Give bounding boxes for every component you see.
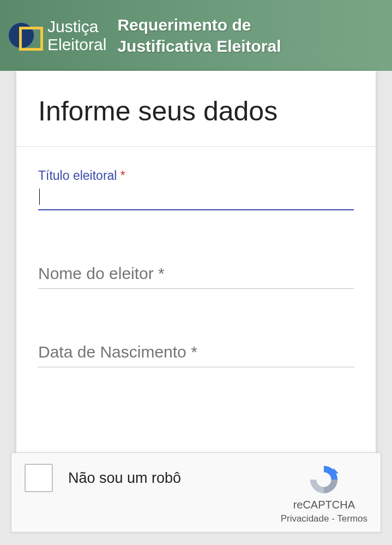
recaptcha-widget: Não sou um robô reCAPTCHA Privacidade - … <box>11 452 381 532</box>
required-star: * <box>120 168 125 183</box>
recaptcha-links: Privacidade - Termos <box>281 513 367 524</box>
recaptcha-checkbox[interactable] <box>25 464 53 492</box>
form-header: Informe seus dados <box>16 71 376 147</box>
recaptcha-left: Não sou um robô <box>25 464 181 492</box>
content-wrapper: Informe seus dados Título eleitoral * No… <box>0 71 392 452</box>
recaptcha-branding: reCAPTCHA Privacidade - Termos <box>281 464 367 524</box>
svg-marker-0 <box>334 468 339 474</box>
justica-eleitoral-logo-icon <box>8 18 43 53</box>
recaptcha-icon <box>308 464 340 495</box>
page-title: Requerimento de Justificativa Eleitoral <box>117 14 281 57</box>
field-data-nascimento: Data de Nascimento * <box>38 341 354 367</box>
nome-input[interactable] <box>38 262 354 289</box>
field-nome-eleitor: Nome do eleitor * <box>38 262 354 289</box>
form-title: Informe seus dados <box>38 95 354 127</box>
app-header: Justiça Eleitoral Requerimento de Justif… <box>0 0 392 71</box>
field-titulo-eleitoral: Título eleitoral * <box>38 168 354 210</box>
logo-container: Justiça Eleitoral <box>8 17 106 53</box>
form-card: Informe seus dados Título eleitoral * No… <box>16 71 376 452</box>
recaptcha-label: Não sou um robô <box>68 470 181 487</box>
titulo-input[interactable] <box>38 187 354 210</box>
data-nascimento-input[interactable] <box>38 341 354 367</box>
recaptcha-brand-text: reCAPTCHA <box>293 499 355 511</box>
recaptcha-terms-link[interactable]: Termos <box>337 513 367 524</box>
recaptcha-privacy-link[interactable]: Privacidade <box>281 513 329 524</box>
logo-text: Justiça Eleitoral <box>47 17 106 53</box>
form-body: Título eleitoral * Nome do eleitor * Dat… <box>16 147 376 422</box>
titulo-label: Título eleitoral * <box>38 168 354 183</box>
text-cursor <box>39 189 40 205</box>
